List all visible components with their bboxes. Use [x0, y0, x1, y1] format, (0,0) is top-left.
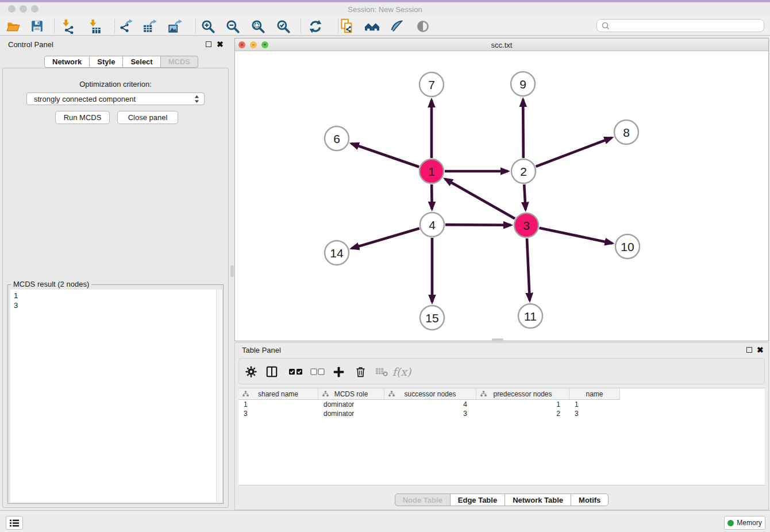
graph-edge-3-11[interactable]	[527, 238, 530, 300]
table-tab-edge-table[interactable]: Edge Table	[450, 494, 505, 506]
graph-node-3[interactable]: 3	[514, 213, 538, 237]
table-row[interactable]: 1dominator411	[238, 400, 765, 409]
graph-node-11[interactable]: 11	[518, 304, 542, 328]
home-button[interactable]	[364, 18, 380, 34]
graph-edge-2-3[interactable]	[524, 184, 525, 210]
export-image-icon	[168, 19, 183, 34]
zoom-selected-icon	[276, 19, 291, 34]
close-panel-icon[interactable]: ✖	[217, 40, 224, 48]
splitter-handle-horizontal[interactable]	[492, 338, 503, 342]
export-table-icon	[143, 19, 157, 34]
deselect-all-button[interactable]	[309, 364, 326, 380]
search-input[interactable]	[613, 22, 764, 30]
graph-node-4[interactable]: 4	[420, 213, 444, 237]
search-box[interactable]	[596, 19, 764, 32]
float-panel-button[interactable]	[206, 41, 211, 47]
overview-eye-button[interactable]	[415, 18, 430, 34]
function-builder-button[interactable]: f(x)	[393, 364, 410, 380]
zoom-selected-button[interactable]	[275, 18, 291, 34]
network-view-titlebar[interactable]: × − + scc.txt	[235, 38, 768, 51]
zoom-fit-button[interactable]	[250, 18, 265, 34]
import-table-button[interactable]	[87, 18, 102, 34]
table-tab-network-table[interactable]: Network Table	[505, 494, 571, 506]
zoom-in-button[interactable]	[200, 18, 215, 34]
save-session-button[interactable]	[29, 18, 45, 34]
graph-node-2[interactable]: 2	[511, 159, 536, 183]
delete-row-button[interactable]	[352, 364, 369, 380]
column-layout-button[interactable]	[263, 364, 280, 380]
splitter-handle-vertical[interactable]	[230, 265, 234, 277]
tab-select[interactable]: Select	[122, 56, 160, 68]
task-history-button[interactable]	[6, 516, 23, 530]
delete-table-icon	[375, 366, 388, 377]
column-header-mcds-role[interactable]: MCDS role	[318, 388, 384, 400]
add-row-button[interactable]	[330, 364, 347, 380]
graph-edge-2-8[interactable]	[536, 138, 612, 167]
graph-edge-3-10[interactable]	[540, 228, 613, 244]
graph-node-1[interactable]: 1	[419, 159, 444, 183]
graph-node-label: 4	[429, 218, 436, 232]
cell-name: 1	[569, 400, 620, 409]
column-header-successor-nodes[interactable]: successor nodes	[384, 388, 476, 400]
close-table-panel-icon[interactable]: ✖	[757, 346, 764, 354]
graph-node-14[interactable]: 14	[325, 241, 349, 265]
graph-edge-4-14[interactable]	[352, 229, 419, 249]
mcds-result-text[interactable]: 13	[10, 290, 222, 502]
graph-edge-1-4[interactable]	[432, 184, 432, 209]
graph-node-15[interactable]: 15	[420, 306, 444, 330]
zoom-out-button[interactable]	[225, 18, 240, 34]
open-session-button[interactable]	[5, 18, 21, 34]
table-row[interactable]: 3dominator323	[238, 409, 765, 418]
close-panel-button[interactable]: Close panel	[117, 111, 178, 124]
tab-mcds[interactable]: MCDS	[160, 56, 198, 68]
memory-label: Memory	[737, 519, 761, 527]
graph-edge-1-6[interactable]	[352, 144, 419, 167]
status-bar: Memory	[0, 510, 770, 532]
graph-node-label: 7	[428, 78, 435, 91]
table-panel-tabs: Node TableEdge TableNetwork TableMotifs	[235, 494, 768, 506]
tab-style[interactable]: Style	[89, 56, 123, 68]
column-header-predecessor-nodes[interactable]: predecessor nodes	[476, 388, 569, 400]
cell-successor-nodes: 4	[384, 400, 476, 409]
delete-table-button[interactable]	[373, 364, 390, 380]
refresh-layout-button[interactable]	[307, 18, 323, 34]
result-scrollbar[interactable]	[216, 290, 221, 502]
column-header-shared-name[interactable]: shared name	[238, 388, 318, 400]
graph-edge-3-1[interactable]	[445, 179, 515, 218]
zoom-in-icon	[201, 19, 215, 34]
overview-eye-icon	[415, 19, 430, 34]
graph-edge-4-3[interactable]	[445, 225, 511, 225]
table-settings-button[interactable]	[242, 364, 260, 380]
cell-successor-nodes: 3	[384, 409, 476, 418]
node-table[interactable]: shared nameMCDS rolesuccessor nodesprede…	[238, 388, 765, 485]
tab-network[interactable]: Network	[44, 56, 90, 68]
export-table-button[interactable]	[142, 18, 157, 34]
graph-node-10[interactable]: 10	[615, 234, 640, 259]
graph-edge-2-9[interactable]	[523, 99, 523, 158]
export-image-button[interactable]	[167, 18, 183, 34]
duplicate-network-button[interactable]	[339, 18, 355, 34]
table-tab-node-table[interactable]: Node Table	[395, 494, 451, 506]
graph-node-6[interactable]: 6	[325, 126, 349, 151]
graph-node-label: 10	[621, 240, 634, 253]
graph-node-8[interactable]: 8	[614, 120, 638, 144]
column-header-name[interactable]: name	[569, 388, 620, 400]
select-all-button[interactable]	[287, 364, 304, 380]
memory-button[interactable]: Memory	[724, 516, 765, 530]
column-label: predecessor nodes	[493, 390, 552, 398]
deselect-all-icon	[310, 368, 325, 376]
zoom-fit-icon	[251, 19, 265, 34]
import-network-button[interactable]	[60, 18, 75, 34]
export-network-button[interactable]	[118, 18, 133, 34]
graphics-details-button[interactable]	[389, 18, 405, 34]
graph-node-9[interactable]: 9	[511, 72, 535, 96]
network-canvas[interactable]: 1234678910111415	[235, 51, 768, 341]
graph-node-7[interactable]: 7	[419, 72, 444, 97]
criterion-select[interactable]: strongly connected component	[26, 92, 205, 105]
network-view-window: × − + scc.txt 1234678910111415	[234, 38, 769, 341]
graph-node-label: 1	[428, 165, 435, 178]
float-table-panel-button[interactable]	[746, 347, 752, 353]
toolbar-separator	[301, 19, 301, 33]
table-tab-motifs[interactable]: Motifs	[571, 494, 609, 506]
run-mcds-button[interactable]: Run MCDS	[55, 111, 110, 124]
